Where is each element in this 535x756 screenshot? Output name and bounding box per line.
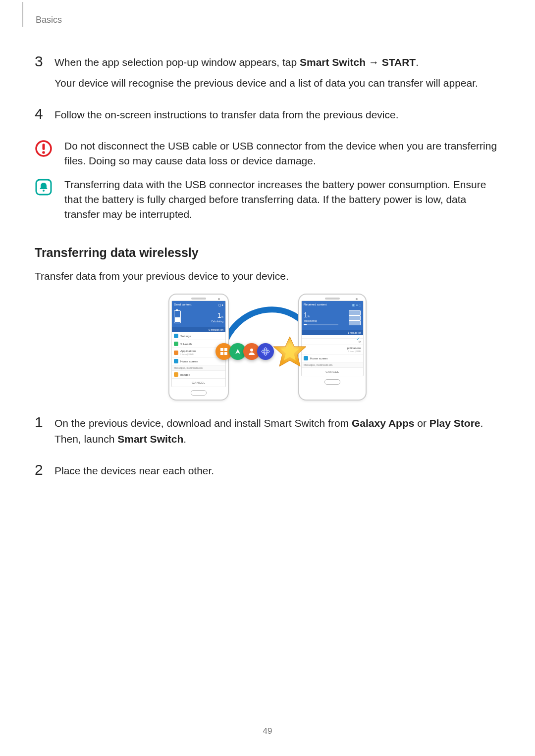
svg-point-4 — [43, 190, 45, 192]
list-item: ✓ — [302, 335, 363, 339]
svg-rect-1 — [43, 144, 45, 150]
page-number: 49 — [0, 726, 535, 736]
svg-point-2 — [42, 151, 45, 154]
list-label: Home screen — [180, 360, 198, 363]
note-callout: Transferring data with the USB connector… — [35, 177, 500, 222]
settings-icon — [174, 334, 178, 338]
phone-new-device: Received content ◧ ● ◌ 1% Transferring — [298, 294, 367, 401]
text: . — [183, 433, 186, 445]
bold-text: Smart Switch — [117, 433, 183, 445]
step-body: Follow the on-screen instructions to tra… — [54, 107, 500, 128]
globe-icon — [257, 343, 274, 360]
step-number: 2 — [35, 463, 54, 477]
list-label: S Health — [180, 343, 192, 346]
wireless-step-2: 2 Place the devices near each other. — [35, 463, 500, 484]
step-number: 1 — [35, 415, 54, 429]
list-item: th — [302, 339, 363, 345]
apps-icon — [174, 351, 178, 355]
cancel-button-label: CANCEL — [302, 368, 363, 376]
bell-note-icon — [35, 178, 53, 196]
header-crop-rule — [22, 2, 23, 27]
note-text: Transferring data with the USB connector… — [64, 177, 500, 222]
list-label: Applications — [180, 350, 196, 353]
time-estimate: 1 minute left — [302, 330, 363, 335]
bold-text: Play Store — [429, 417, 481, 429]
subheading-wireless: Transferring data wirelessly — [35, 246, 500, 260]
percent-status: Transferring — [304, 319, 342, 322]
list-item: Images — [172, 371, 225, 379]
step-secondary-text: Your device will recognise the previous … — [54, 75, 500, 91]
list-sub: 2 items | 20MB — [304, 350, 361, 353]
svg-rect-9 — [224, 352, 227, 355]
step-body: When the app selection pop-up window app… — [54, 54, 500, 96]
step-body: On the previous device, download and ins… — [54, 415, 500, 452]
home-icon — [174, 359, 178, 363]
bold-text: Smart Switch — [300, 56, 366, 68]
time-estimate: 0 minutes left — [172, 327, 225, 332]
list-section-label: Messages, multimedia etc. — [172, 365, 225, 371]
warning-text: Do not disconnect the USB cable or USB c… — [64, 139, 500, 168]
list-sub: 2 items | 20MB — [180, 353, 196, 355]
step-3: 3 When the app selection pop-up window a… — [35, 54, 500, 96]
phone-home-button — [324, 379, 340, 385]
cancel-button-label: CANCEL — [172, 379, 225, 387]
images-icon — [174, 372, 178, 377]
list-label: Images — [180, 373, 190, 376]
svg-rect-8 — [220, 352, 223, 355]
svg-point-11 — [250, 349, 253, 352]
list-item: Settings — [172, 332, 225, 340]
svg-point-12 — [262, 348, 269, 355]
arrow-text: → — [366, 56, 382, 68]
step-text: Follow the on-screen instructions to tra… — [54, 107, 500, 123]
bold-text: Galaxy Apps — [352, 417, 414, 429]
text: On the previous device, download and ins… — [54, 417, 352, 429]
warning-callout: Do not disconnect the USB cable or USB c… — [35, 139, 500, 168]
phone-home-button — [191, 390, 207, 396]
step-4: 4 Follow the on-screen instructions to t… — [35, 107, 500, 128]
list-section-label: Messages, multimedia etc. — [302, 362, 363, 368]
svg-rect-7 — [224, 348, 227, 351]
percent-unit: % — [221, 315, 223, 318]
caution-icon — [35, 140, 53, 157]
subheading-intro: Transfer data from your previous device … — [35, 269, 500, 284]
step-number: 4 — [35, 107, 54, 121]
list-item: pplications 2 items | 20MB — [302, 345, 363, 354]
star-icon — [272, 336, 307, 370]
percent-status: Calculating — [211, 320, 223, 323]
wireless-transfer-figure: Send content ◻ ● 1% Calculating 0 minute… — [35, 294, 500, 401]
content-icons-strip — [215, 343, 274, 360]
step-text: Place the devices near each other. — [54, 463, 500, 479]
section-label: Basics — [36, 15, 62, 25]
list-label: Settings — [180, 335, 191, 338]
list-item: Home screen — [302, 354, 363, 362]
list-label: Home screen — [310, 357, 328, 360]
percent-value: 1 — [304, 311, 308, 319]
percent-value: 1 — [217, 311, 221, 319]
wireless-step-1: 1 On the previous device, download and i… — [35, 415, 500, 452]
svg-marker-10 — [235, 349, 240, 354]
health-icon — [174, 342, 178, 346]
bold-text: START — [382, 56, 416, 68]
status-icons: ◻ ● — [218, 303, 223, 306]
step-number: 3 — [35, 54, 54, 68]
screen-title: Received content — [304, 303, 326, 306]
list-label: th — [304, 340, 361, 343]
step-body: Place the devices near each other. — [54, 463, 500, 484]
svg-rect-6 — [220, 348, 223, 351]
screen-title: Send content — [174, 303, 191, 306]
list-label: pplications — [347, 347, 361, 350]
text: . — [416, 56, 419, 68]
status-icons: ◧ ● ◌ — [352, 303, 361, 306]
stack-icon — [347, 310, 361, 326]
percent-unit: % — [308, 315, 310, 318]
text: or — [414, 417, 429, 429]
text: When the app selection pop-up window app… — [54, 56, 300, 68]
check-icon: ✓ — [356, 336, 360, 342]
